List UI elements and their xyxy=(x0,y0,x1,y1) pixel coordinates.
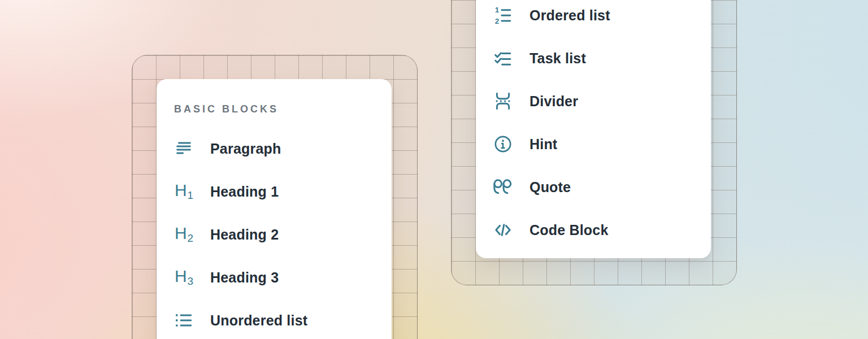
menu-item-heading-2[interactable]: H2 Heading 2 xyxy=(157,213,392,256)
paragraph-icon xyxy=(174,139,193,158)
menu-item-label: Heading 2 xyxy=(210,227,279,243)
menu-item-heading-3[interactable]: H3 Heading 3 xyxy=(157,256,392,299)
menu-item-label: Hint xyxy=(530,136,557,153)
menu-items-left: Paragraph H1 Heading 1 H2 Heading 2 H3 H… xyxy=(157,127,392,339)
menu-section-header: BASIC BLOCKS xyxy=(174,103,392,115)
menu-item-ordered-list[interactable]: 12 Ordered list xyxy=(476,0,711,37)
menu-item-code-block[interactable]: Code Block xyxy=(476,208,711,251)
code-block-icon xyxy=(493,220,513,240)
menu-item-label: Unordered list xyxy=(210,312,307,329)
divider-icon xyxy=(493,92,513,111)
menu-item-hint[interactable]: Hint xyxy=(476,123,711,166)
menu-item-divider[interactable]: Divider xyxy=(476,80,711,123)
unordered-list-icon xyxy=(174,311,193,330)
menu-item-label: Quote xyxy=(530,179,571,195)
menu-item-label: Divider xyxy=(530,93,578,110)
menu-item-unordered-list[interactable]: Unordered list xyxy=(157,299,392,339)
heading-2-icon: H2 xyxy=(174,225,193,244)
menu-item-label: Code Block xyxy=(530,222,609,238)
hero-illustration: BASIC BLOCKS Paragraph H1 Heading 1 H2 H… xyxy=(0,0,868,339)
task-list-icon xyxy=(493,49,513,68)
menu-item-task-list[interactable]: Task list xyxy=(476,37,711,80)
menu-item-label: Paragraph xyxy=(210,141,281,157)
menu-items-right: 12 Ordered list Task list Divider Hint Q… xyxy=(476,0,711,251)
hint-icon xyxy=(493,134,513,154)
menu-item-label: Heading 3 xyxy=(210,270,279,286)
menu-item-label: Task list xyxy=(530,50,586,67)
svg-text:1: 1 xyxy=(495,6,500,14)
menu-item-label: Heading 1 xyxy=(210,184,279,200)
heading-1-icon: H1 xyxy=(174,182,193,201)
menu-item-heading-1[interactable]: H1 Heading 1 xyxy=(157,170,392,213)
svg-text:2: 2 xyxy=(495,17,499,25)
basic-blocks-menu: BASIC BLOCKS Paragraph H1 Heading 1 H2 H… xyxy=(157,79,392,339)
menu-item-label: Ordered list xyxy=(530,7,610,24)
menu-item-paragraph[interactable]: Paragraph xyxy=(157,127,392,170)
quote-icon xyxy=(493,177,513,197)
ordered-list-icon: 12 xyxy=(493,6,513,25)
heading-3-icon: H3 xyxy=(174,268,193,287)
menu-item-quote[interactable]: Quote xyxy=(476,166,711,208)
advanced-blocks-menu: 12 Ordered list Task list Divider Hint Q… xyxy=(476,0,711,258)
